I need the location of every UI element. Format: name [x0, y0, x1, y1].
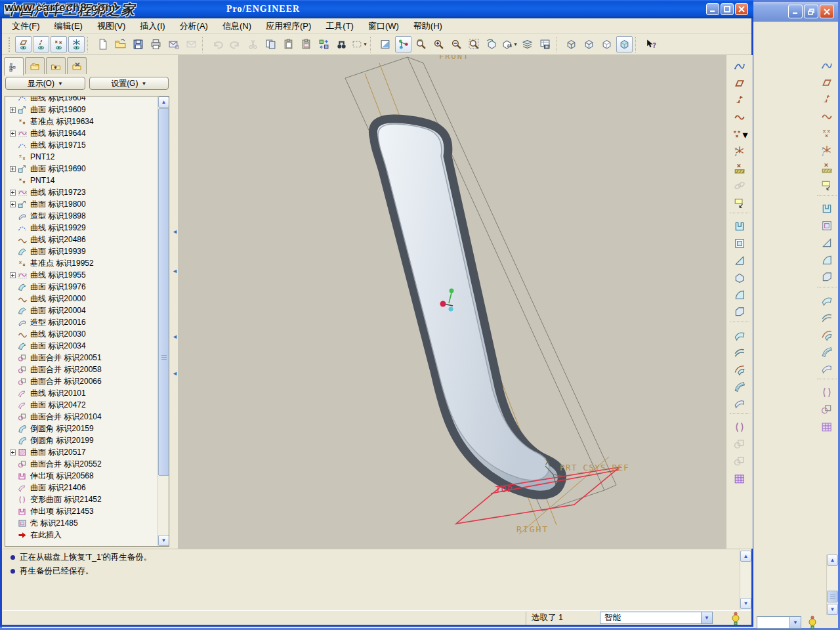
- chamfer-tool-button[interactable]: [731, 303, 749, 320]
- tree-item[interactable]: 伸出项 标识20568: [7, 470, 156, 482]
- bg-scroll-thumb[interactable]: [827, 591, 838, 602]
- expand-toggle-icon[interactable]: [9, 272, 16, 279]
- menu-item-2[interactable]: 编辑(E): [47, 18, 90, 34]
- tree-item[interactable]: 曲线 标识19715: [7, 139, 156, 151]
- tree-scroll-thumb[interactable]: [158, 108, 169, 476]
- point-display-button[interactable]: [51, 36, 67, 52]
- extrude-tool-button[interactable]: [731, 218, 749, 235]
- bg-pattern-tool-button[interactable]: [818, 418, 836, 435]
- expand-toggle-icon[interactable]: [9, 130, 16, 137]
- splitter-collapse-icon[interactable]: ◄: [172, 227, 177, 236]
- tree-item[interactable]: 造型 标识19898: [7, 210, 156, 222]
- datum-point-tool-button[interactable]: ▾: [731, 126, 749, 143]
- chevron-down-icon[interactable]: ▼: [701, 612, 712, 623]
- redraw-button[interactable]: [377, 36, 394, 52]
- context-help-button[interactable]: ?: [642, 36, 659, 52]
- tree-item[interactable]: 曲线 标识19955: [7, 269, 156, 281]
- bg-restore-button[interactable]: [804, 5, 818, 18]
- datum-curve-tool-button[interactable]: [731, 58, 749, 75]
- settings-dropdown-button[interactable]: 设置(G)▼: [89, 77, 169, 90]
- expand-toggle-icon[interactable]: [9, 165, 16, 173]
- bg-scroll-up-arrow[interactable]: ▲: [827, 555, 838, 566]
- tree-scroll-down-arrow[interactable]: ▼: [158, 535, 169, 546]
- tree-item[interactable]: 曲面 标识19800: [7, 198, 156, 210]
- tree-item[interactable]: 曲线 标识19604: [7, 96, 156, 104]
- tree-item[interactable]: 曲面 标识20034: [7, 340, 156, 352]
- bg-extrude-tool-button[interactable]: [818, 200, 836, 217]
- csys-display-button[interactable]: [68, 36, 85, 52]
- sketched-curve-tool-button[interactable]: [731, 109, 749, 126]
- tree-item[interactable]: 曲面 标识20472: [7, 399, 156, 411]
- tree-item[interactable]: 曲面 标识20517: [7, 446, 156, 458]
- orient-mode-button[interactable]: [413, 36, 429, 52]
- maximize-button[interactable]: [721, 3, 734, 15]
- surface-copy-tool-button[interactable]: [731, 327, 749, 344]
- bg-surface-sweep-tool-button[interactable]: [818, 326, 836, 343]
- tree-item[interactable]: 曲面 标识20004: [7, 304, 156, 316]
- expand-toggle-icon[interactable]: [9, 106, 16, 114]
- splitter-collapse-icon[interactable]: ◄: [172, 332, 177, 341]
- front-datum-label[interactable]: FRONT: [439, 55, 469, 61]
- tree-scroll-up-arrow[interactable]: ▲: [158, 96, 169, 108]
- tree-item[interactable]: 曲面合并 标识20066: [7, 375, 156, 387]
- select-box-button[interactable]: ▾: [351, 36, 368, 52]
- surface-offset-tool-button[interactable]: [731, 344, 749, 361]
- tab-favorites[interactable]: ✱: [46, 57, 66, 74]
- chevron-down-icon[interactable]: ▼: [789, 617, 801, 628]
- round-tool-button[interactable]: [731, 286, 749, 303]
- bg-minimize-button[interactable]: [788, 5, 803, 18]
- bg-traffic-light-icon[interactable]: [808, 616, 817, 629]
- message-scroll-down-arrow[interactable]: ▼: [740, 598, 751, 609]
- annotation-tool-button[interactable]: [731, 194, 749, 211]
- wireframe-button[interactable]: [563, 36, 579, 52]
- menu-item-4[interactable]: 插入(I): [133, 18, 172, 34]
- bg-round-tool-button[interactable]: [818, 251, 836, 268]
- tree-item[interactable]: 曲面 标识19609: [7, 104, 156, 116]
- top-datum-label[interactable]: TOP: [495, 484, 513, 494]
- menu-item-8[interactable]: 工具(T): [318, 18, 361, 34]
- warp-tool-button[interactable]: [731, 419, 749, 436]
- bg-merge-tool-button[interactable]: [818, 401, 836, 418]
- message-scrollbar[interactable]: ▲ ▼: [740, 549, 751, 610]
- open-file-button[interactable]: [112, 36, 129, 52]
- menu-item-10[interactable]: 帮助(H): [406, 18, 450, 34]
- part-surface[interactable]: [373, 119, 562, 495]
- bg-datum-csys-tool-button[interactable]: yz: [818, 142, 836, 159]
- tree-item[interactable]: 造型 标识20016: [7, 316, 156, 328]
- splitter-collapse-icon[interactable]: ◄: [172, 369, 177, 378]
- tree-item[interactable]: 曲线 标识19644: [7, 127, 156, 139]
- menu-item-1[interactable]: 文件(F): [5, 18, 47, 34]
- bg-annotation-tool-button[interactable]: [818, 177, 836, 194]
- csys-label[interactable]: PRT_CSYS_DEF: [560, 463, 629, 472]
- minimize-button[interactable]: [706, 3, 719, 15]
- tree-item[interactable]: PNT14: [7, 175, 156, 186]
- tree-item[interactable]: 曲面 标识19939: [7, 245, 156, 257]
- tab-folder-browser[interactable]: [25, 57, 45, 74]
- graphics-viewport[interactable]: FRONT TOP X: [178, 55, 726, 549]
- tree-item[interactable]: 曲线 标识20486: [7, 234, 156, 245]
- tree-item[interactable]: 伸出项 标识21453: [7, 505, 156, 517]
- reorient-button[interactable]: [484, 36, 500, 52]
- shell-tool-button[interactable]: [731, 235, 749, 252]
- new-file-button[interactable]: [94, 36, 111, 52]
- show-dropdown-button[interactable]: 显示(O)▼: [5, 77, 85, 90]
- tree-item[interactable]: 曲线 标识20101: [7, 387, 156, 399]
- tree-item[interactable]: 在此插入: [7, 529, 156, 541]
- splitter-collapse-icon[interactable]: ◄: [172, 266, 177, 276]
- tree-item[interactable]: 曲面合并 标识20058: [7, 364, 156, 375]
- tree-item[interactable]: 曲线 标识19929: [7, 222, 156, 234]
- refit-button[interactable]: [466, 36, 482, 52]
- bg-surface-offset-tool-button[interactable]: [818, 309, 836, 326]
- datum-plane-tool-button[interactable]: [731, 75, 749, 92]
- message-scroll-up-arrow[interactable]: ▲: [740, 551, 751, 562]
- tree-item[interactable]: 壳 标识21485: [7, 517, 156, 529]
- paste-button[interactable]: [280, 36, 297, 52]
- close-button[interactable]: [735, 3, 748, 15]
- menu-item-3[interactable]: 视图(V): [90, 18, 133, 34]
- tree-item[interactable]: 曲面 标识19690: [7, 163, 156, 175]
- spin-center-button[interactable]: [395, 36, 411, 52]
- bg-offset-csys-point-tool-button[interactable]: [818, 159, 836, 177]
- tree-item[interactable]: 曲面合并 标识20051: [7, 352, 156, 364]
- bg-filter-dropdown[interactable]: ▼: [757, 616, 801, 629]
- paste-special-button[interactable]: [298, 36, 314, 52]
